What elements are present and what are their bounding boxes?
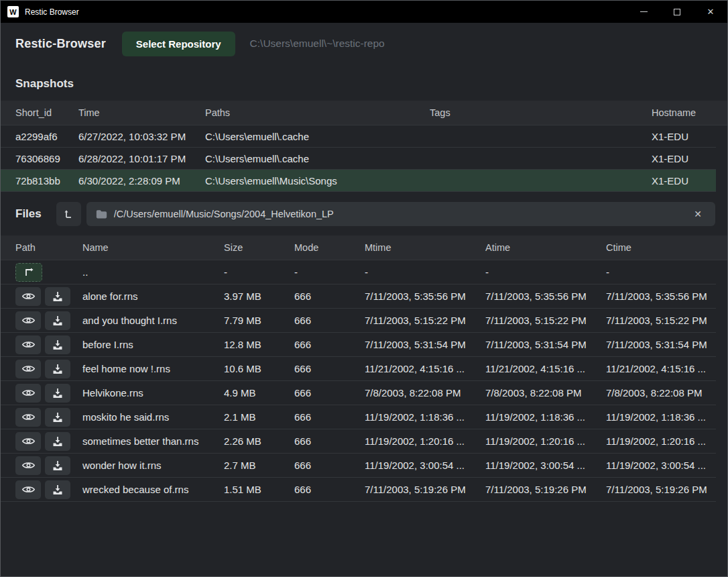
minimize-icon xyxy=(640,11,648,12)
close-button[interactable]: ✕ xyxy=(694,1,727,23)
col-short-id: Short_id xyxy=(15,107,78,118)
col-paths: Paths xyxy=(205,107,430,118)
file-mode: 666 xyxy=(294,291,365,302)
maximize-button[interactable] xyxy=(660,1,694,23)
download-file-button[interactable] xyxy=(45,480,70,499)
download-file-button[interactable] xyxy=(45,311,70,330)
file-atime: 11/19/2002, 3:00:54 ... xyxy=(485,460,606,471)
download-icon xyxy=(52,460,63,471)
file-path-breadcrumb[interactable]: /C/Users/emuell/Music/Songs/2004_Helveti… xyxy=(86,202,715,226)
snapshot-paths: C:\Users\emuell\.cache xyxy=(205,153,430,164)
file-row: feel home now !.rns 10.6 MB 666 11/21/20… xyxy=(1,357,716,381)
file-atime: 11/19/2002, 1:18:36 ... xyxy=(485,411,606,423)
app-icon: W xyxy=(7,6,19,17)
file-atime: 11/21/2002, 4:15:16 ... xyxy=(485,363,606,374)
eye-icon xyxy=(21,436,36,446)
file-row: and you thought I.rns 7.79 MB 666 7/11/2… xyxy=(1,309,716,333)
preview-file-button[interactable] xyxy=(15,408,41,427)
file-size: 2.1 MB xyxy=(224,411,294,423)
file-size: - xyxy=(224,266,294,278)
file-atime: 7/11/2003, 5:19:26 PM xyxy=(485,484,606,495)
download-icon xyxy=(52,291,63,302)
file-ctime: 7/11/2003, 5:15:22 PM xyxy=(606,315,716,326)
download-file-button[interactable] xyxy=(45,456,70,475)
snapshot-row[interactable]: 76306869 6/28/2022, 10:01:17 PM C:\Users… xyxy=(1,148,716,170)
file-mode: 666 xyxy=(294,387,365,399)
col-path: Path xyxy=(15,242,82,253)
download-icon xyxy=(52,364,63,374)
select-repository-button[interactable]: Select Repository xyxy=(122,32,235,56)
file-row: sometimes better than.rns 2.26 MB 666 11… xyxy=(1,429,716,454)
download-file-button[interactable] xyxy=(45,408,70,427)
download-file-button[interactable] xyxy=(45,335,70,354)
file-ctime: 7/11/2003, 5:31:54 PM xyxy=(606,339,716,350)
preview-file-button[interactable] xyxy=(15,360,41,378)
file-mtime: 7/11/2003, 5:31:54 PM xyxy=(365,339,485,350)
snapshots-table-header: Short_id Time Paths Tags Hostname xyxy=(1,101,727,125)
snapshot-row[interactable]: a2299af6 6/27/2022, 10:03:32 PM C:\Users… xyxy=(1,125,716,148)
snapshot-time: 6/30/2022, 2:28:09 PM xyxy=(78,175,205,187)
file-mtime: 7/11/2003, 5:19:26 PM xyxy=(365,484,485,495)
download-icon xyxy=(52,484,63,495)
app-header: Restic-Browser Select Repository C:\User… xyxy=(1,23,727,64)
download-file-button[interactable] xyxy=(45,360,70,378)
file-size: 10.6 MB xyxy=(224,363,294,374)
download-file-button[interactable] xyxy=(45,384,70,403)
page-title: Restic-Browser xyxy=(15,37,106,51)
file-row: wonder how it.rns 2.7 MB 666 11/19/2002,… xyxy=(1,454,716,478)
preview-file-button[interactable] xyxy=(15,335,41,354)
files-table-body: .. - - - - - alone for.rns xyxy=(1,260,727,502)
download-file-button[interactable] xyxy=(45,432,70,451)
preview-file-button[interactable] xyxy=(15,480,41,499)
download-icon xyxy=(52,436,63,447)
snapshots-table-body: a2299af6 6/27/2022, 10:03:32 PM C:\Users… xyxy=(1,125,727,192)
eye-icon xyxy=(21,315,36,325)
preview-file-button[interactable] xyxy=(15,456,41,475)
file-row: before I.rns 12.8 MB 666 7/11/2003, 5:31… xyxy=(1,333,716,357)
clear-path-button[interactable]: ✕ xyxy=(690,206,706,222)
file-name: alone for.rns xyxy=(82,291,224,302)
minimize-button[interactable] xyxy=(627,1,660,23)
file-size: 3.97 MB xyxy=(224,291,294,302)
snapshot-row[interactable]: 72b813bb 6/30/2022, 2:28:09 PM C:\Users\… xyxy=(1,170,716,192)
file-name: feel home now !.rns xyxy=(82,363,224,374)
preview-file-button[interactable] xyxy=(15,432,41,451)
snapshot-time: 6/28/2022, 10:01:17 PM xyxy=(78,153,205,164)
file-name: sometimes better than.rns xyxy=(82,435,224,447)
file-atime: - xyxy=(485,266,606,278)
file-size: 4.9 MB xyxy=(224,387,294,399)
file-mtime: 7/11/2003, 5:35:56 PM xyxy=(365,291,485,302)
preview-file-button[interactable] xyxy=(15,287,41,306)
snapshot-short-id: a2299af6 xyxy=(15,131,78,142)
preview-file-button[interactable] xyxy=(15,384,41,403)
files-heading: Files xyxy=(15,207,42,221)
show-tree-button[interactable] xyxy=(56,202,81,226)
download-icon xyxy=(52,412,63,423)
preview-file-button[interactable] xyxy=(15,311,41,330)
file-row: alone for.rns 3.97 MB 666 7/11/2003, 5:3… xyxy=(1,284,716,309)
file-mode: 666 xyxy=(294,460,365,471)
up-right-arrow-icon xyxy=(23,268,35,277)
file-mode: 666 xyxy=(294,339,365,350)
go-up-button[interactable] xyxy=(15,263,42,282)
file-name: before I.rns xyxy=(82,339,224,350)
download-icon xyxy=(52,339,63,350)
maximize-icon xyxy=(674,9,680,15)
file-row: moskito he said.rns 2.1 MB 666 11/19/200… xyxy=(1,405,716,429)
file-ctime: 7/8/2003, 8:22:08 PM xyxy=(606,387,716,399)
file-ctime: 11/19/2002, 1:18:36 ... xyxy=(606,411,716,423)
file-mode: 666 xyxy=(294,315,365,326)
snapshot-paths: C:\Users\emuell\.cache xyxy=(205,131,430,142)
download-file-button[interactable] xyxy=(45,287,70,306)
file-mtime: 11/19/2002, 1:18:36 ... xyxy=(365,411,485,423)
file-mtime: 11/19/2002, 1:20:16 ... xyxy=(365,435,485,447)
snapshot-short-id: 72b813bb xyxy=(15,175,78,187)
file-atime: 7/8/2003, 8:22:08 PM xyxy=(485,387,606,399)
empty-area xyxy=(1,502,727,576)
file-mode: 666 xyxy=(294,484,365,495)
repository-path: C:\Users\emuell\~\restic-repo xyxy=(250,38,385,50)
titlebar: W Restic Browser ✕ xyxy=(1,1,727,23)
file-atime: 11/19/2002, 1:20:16 ... xyxy=(485,435,606,447)
file-mode: 666 xyxy=(294,435,365,447)
window-title: Restic Browser xyxy=(25,7,79,17)
